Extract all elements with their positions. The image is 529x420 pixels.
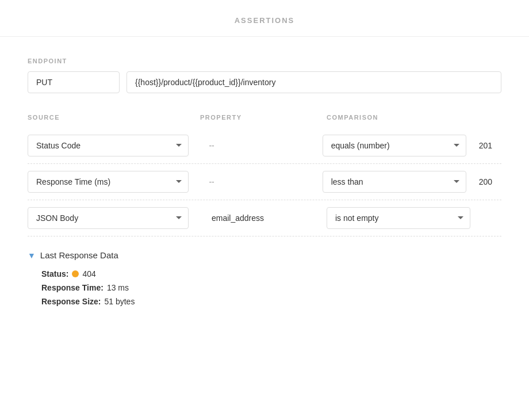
assertions-section: SOURCE PROPERTY COMPARISON Status Code R…	[28, 114, 501, 236]
assertion-row: Status Code Response Time (ms) JSON Body…	[28, 200, 501, 236]
status-indicator	[72, 270, 79, 277]
comparison-select-2[interactable]: equals (number) less than is not empty	[323, 171, 466, 193]
last-response-header[interactable]: ▼ Last Response Data	[28, 250, 501, 260]
source-select-2[interactable]: Status Code Response Time (ms) JSON Body	[28, 171, 189, 193]
assertion-row: Status Code Response Time (ms) JSON Body…	[28, 164, 501, 200]
response-time-value: 13 ms	[107, 283, 129, 292]
col-source-header: SOURCE	[28, 114, 200, 121]
response-size-label: Response Size:	[41, 297, 101, 306]
response-size-value: 51 bytes	[104, 297, 135, 306]
comparison-select-3[interactable]: equals (number) less than is not empty	[327, 207, 470, 229]
response-time-label: Response Time:	[41, 283, 103, 292]
col-comparison-header: COMPARISON	[327, 114, 476, 121]
col-property-header: PROPERTY	[200, 114, 327, 121]
property-value-1: --	[197, 141, 322, 150]
comparison-cell: equals (number) less than is not empty	[323, 135, 470, 156]
endpoint-section: ENDPOINT	[28, 58, 501, 93]
source-select-1[interactable]: Status Code Response Time (ms) JSON Body	[28, 135, 189, 156]
comparison-cell: equals (number) less than is not empty	[323, 171, 470, 193]
method-input[interactable]	[28, 71, 120, 93]
property-value-2: --	[197, 177, 322, 186]
column-headers: SOURCE PROPERTY COMPARISON	[28, 114, 501, 121]
source-cell: Status Code Response Time (ms) JSON Body	[28, 207, 200, 229]
page-title: ASSERTIONS	[0, 0, 529, 37]
response-time-line: Response Time: 13 ms	[41, 283, 501, 292]
comparison-select-1[interactable]: equals (number) less than is not empty	[323, 135, 466, 156]
page-container: ASSERTIONS ENDPOINT SOURCE PROPERTY COMP…	[0, 0, 529, 420]
last-response-body: Status: 404 Response Time: 13 ms Respons…	[28, 269, 501, 306]
comparison-cell: equals (number) less than is not empty	[327, 207, 476, 229]
source-cell: Status Code Response Time (ms) JSON Body	[28, 135, 197, 156]
last-response-section: ▼ Last Response Data Status: 404 Respons…	[28, 250, 501, 306]
value-field-2: 200	[470, 177, 501, 186]
endpoint-label: ENDPOINT	[28, 58, 501, 64]
property-value-3: email_address	[200, 213, 327, 223]
last-response-title: Last Response Data	[40, 250, 118, 260]
chevron-down-icon: ▼	[28, 251, 36, 260]
assertion-row: Status Code Response Time (ms) JSON Body…	[28, 128, 501, 164]
source-select-3[interactable]: Status Code Response Time (ms) JSON Body	[28, 207, 189, 229]
source-cell: Status Code Response Time (ms) JSON Body	[28, 171, 197, 193]
endpoint-row	[28, 71, 501, 93]
response-size-line: Response Size: 51 bytes	[41, 297, 501, 306]
content-area: ENDPOINT SOURCE PROPERTY COMPARISON Stat…	[0, 37, 529, 331]
status-label: Status:	[41, 269, 68, 278]
value-field-1: 201	[470, 141, 501, 150]
status-value: 404	[82, 269, 95, 278]
status-line: Status: 404	[41, 269, 501, 278]
url-input[interactable]	[126, 71, 501, 93]
